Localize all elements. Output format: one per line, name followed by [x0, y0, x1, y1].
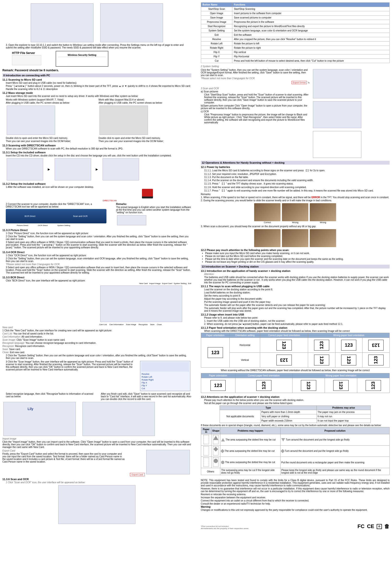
p: Exit new card. — [10, 351, 25, 354]
directscan-icon — [142, 189, 153, 198]
p: 2 Click the "Setting" button, then you c… — [6, 257, 191, 262]
diamond-icon — [281, 449, 285, 453]
screenshot-placeholder: Lily — [3, 402, 76, 436]
triangle-icon — [221, 438, 225, 442]
td: Exit the software — [232, 33, 390, 37]
label: Recognize — [139, 323, 148, 326]
td: Rotate the picture to right — [232, 46, 390, 50]
p: The preset language is English when you … — [116, 206, 191, 214]
td: The area surpassing the dotted line may … — [225, 461, 275, 463]
num: 123 — [372, 342, 380, 348]
sub-h: Save: — [2, 348, 9, 350]
label: Import Image — [149, 282, 161, 285]
list-item: Please do not take out the Micro SD card… — [205, 255, 390, 257]
list-item: 11.1.1. Load the Micro SD card & batteri… — [204, 169, 390, 172]
h-11-3: 11.3 Scanning with DIRECTSCAN software — [2, 144, 191, 147]
footnote-line: *iPad connection kit not included. — [201, 525, 249, 527]
caption: Wrong — [282, 221, 308, 224]
th: Shape — [211, 427, 220, 434]
screenshot-placeholder — [55, 158, 91, 180]
panel-placeholder — [12, 55, 41, 65]
td: The area surpassing the dotted line may … — [226, 438, 275, 441]
screenshot-placeholder — [100, 3, 163, 42]
td: Flip X — [201, 50, 232, 54]
example-photo — [282, 203, 308, 221]
toolbar-item: Scan and OCR — [73, 215, 88, 217]
num: 123 — [211, 380, 226, 391]
label: Exit — [188, 282, 191, 285]
label: System Setting — [174, 282, 186, 285]
p: 1. When scanning, if the speed is too fa… — [201, 196, 311, 199]
p: 1. Insert the USB cable into the USB slo… — [204, 319, 390, 322]
h-11-3-5: 11.3.5 BCR Direct — [2, 276, 191, 279]
h-13-1-2: 13.1.2 Usage when insert into USB — [201, 313, 390, 316]
h-13-1-3: 13.1.3 Paper feed orientation when scann… — [201, 326, 390, 329]
p: 2. During the scanning process, you woul… — [201, 199, 390, 202]
p: Recognize card information. — [15, 345, 45, 348]
shape-icon — [203, 435, 209, 444]
p: Please pay much attention to the below p… — [204, 399, 390, 401]
p: Reorient or relocate the receiving anten… — [201, 493, 390, 496]
td: It may not run — [317, 414, 371, 419]
h-11-3-3: 11.3.3 Picture Direct — [2, 229, 191, 232]
p: 3 Select and open any office software or… — [6, 266, 191, 274]
td: Set the system language, scan color & or… — [232, 29, 390, 33]
screenshot-placeholder — [100, 106, 148, 135]
sub-h: Close: — [2, 351, 9, 354]
screenshot-placeholder — [146, 450, 190, 474]
list-item: Set the menu according to point 8; — [204, 294, 390, 297]
circle-icon — [221, 461, 225, 464]
th: Wrong paper feed orientation — [292, 373, 389, 378]
fcc-note: However, there is no guarantee that inte… — [201, 487, 390, 493]
card-name: Lily — [28, 407, 33, 411]
th: Wrong paper feed orientation — [308, 333, 390, 338]
sub-h: Recognize: — [2, 345, 14, 348]
num: 123 — [370, 381, 376, 389]
panel-item: Resolve — [141, 373, 189, 376]
td: Resolve — [201, 37, 232, 42]
sub-h: Import image — [2, 437, 191, 440]
num: 123 — [280, 357, 288, 363]
p: The batteries and USB cable should be co… — [204, 276, 390, 284]
section-12-bar: 12 Operations & Attentions for Handy Sca… — [201, 161, 390, 165]
p: Save card. — [9, 348, 21, 350]
p: Connect the equipment into an outlet on … — [201, 499, 390, 502]
screenshot-placeholder — [82, 402, 155, 436]
label: Card List — [99, 323, 107, 326]
td: The area surpassing the dotted line may … — [225, 450, 274, 452]
p: Increase the separation between the equi… — [201, 496, 390, 499]
example-photo — [310, 229, 336, 247]
label: Export Card — [162, 282, 172, 285]
h-13-1-1: 13.1.1 The ways to scan without plugging… — [201, 285, 390, 288]
label: Close — [157, 323, 162, 326]
h-11-1: 11.1 Scanning to Micro SD card — [2, 78, 191, 81]
sub-h: Card Information: — [2, 335, 21, 338]
section-13-bar: 13 Introduction on Scanner + Docking sta… — [201, 265, 390, 269]
h-11-3-2: 11.3.2 Setup the included software — [2, 182, 191, 185]
remarks-h: Remarks: — [201, 193, 390, 195]
th: Paper orientation — [201, 333, 230, 338]
th: Correct paper feed orientation — [235, 373, 292, 378]
td: Not applicable documents — [220, 410, 261, 423]
list-item: The automatic feeder will stop work afte… — [204, 307, 390, 312]
list-item: The automatic feeder will run the paper … — [204, 304, 390, 306]
p: After plugging in USB cable, the PC scre… — [6, 101, 99, 104]
h-system-setting: 2 System Setting — [201, 65, 390, 68]
panel-item: Rotate Left — [141, 376, 189, 378]
list-item: Adjust the paper tray according to the d… — [204, 298, 390, 300]
p: 1 Click "Picture Direct" icon, the funct… — [6, 232, 191, 235]
footnote-line: All trademarks are the property of their… — [201, 527, 249, 529]
directscan-label: DIRECTSCAN — [103, 199, 117, 202]
directscan-toolbar: BCR Direct Scan and OCR — [6, 209, 106, 223]
td: Rotate Right — [201, 46, 232, 50]
list-item: Please set the time & date when you open… — [205, 258, 390, 260]
example-photo — [254, 229, 281, 247]
p: 2 Click the "System Setting" button; the… — [6, 354, 191, 359]
http-file-server: HTTP File Server — [12, 51, 41, 65]
triangle-icon — [281, 438, 285, 442]
remark-pwd: Remark: Password should be 8 numbers. — [2, 69, 191, 72]
list-item: Please do not leave any finger printing … — [205, 261, 390, 263]
p: in the TFT. You should stop scanning and… — [320, 196, 389, 199]
weee-icon: 🗑 — [384, 523, 390, 529]
p: Consult the dealer or an experienced rad… — [201, 502, 390, 505]
